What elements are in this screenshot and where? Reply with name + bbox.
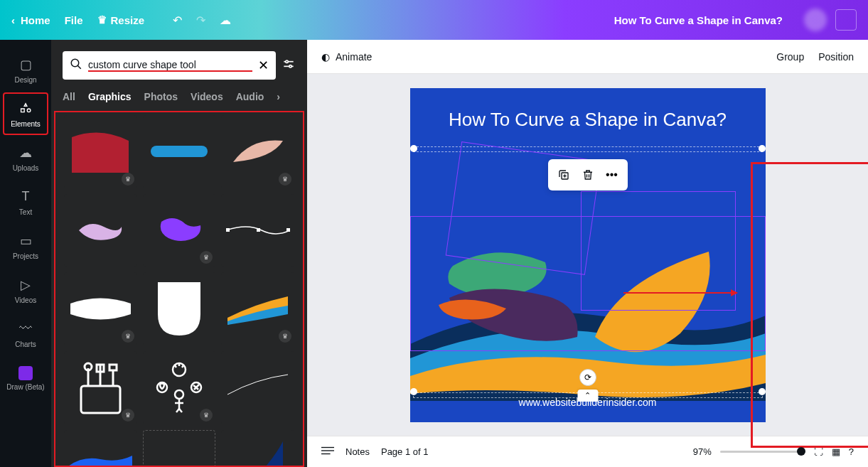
svg-point-15 <box>175 390 183 399</box>
home-label: Home <box>21 14 50 26</box>
folder-icon: ▭ <box>17 232 34 249</box>
svg-line-19 <box>179 409 182 412</box>
rail-design[interactable]: ▢ Design <box>3 48 48 91</box>
element-selection[interactable] <box>410 216 766 351</box>
rail-elements[interactable]: Elements <box>3 92 48 135</box>
resize-handle[interactable] <box>410 388 417 395</box>
svg-rect-14 <box>109 365 117 370</box>
grid-icon[interactable]: ▦ <box>832 446 840 457</box>
crown-icon: ♛ <box>279 330 291 343</box>
redo-icon[interactable]: ↷ <box>196 14 205 27</box>
chevron-left-icon: ‹ <box>11 14 15 26</box>
document-title[interactable]: How To Curve a Shape in Canva? <box>614 14 783 26</box>
crown-icon: ♛ <box>200 409 213 422</box>
element-thumb[interactable] <box>221 430 294 467</box>
clear-icon[interactable]: ✕ <box>258 58 269 73</box>
svg-point-5 <box>289 65 291 67</box>
group-button[interactable]: Group <box>776 51 804 63</box>
resize-label: Resize <box>111 14 145 26</box>
rail-videos[interactable]: ▷ Videos <box>3 269 48 311</box>
crown-icon: ♛ <box>122 409 134 422</box>
element-thumb[interactable] <box>143 430 216 467</box>
rail-projects[interactable]: ▭ Projects <box>3 225 48 267</box>
tab-graphics[interactable]: Graphics <box>88 91 132 102</box>
element-thumb[interactable]: ♛ <box>143 351 216 424</box>
element-thumb[interactable] <box>64 430 137 467</box>
duplicate-button[interactable] <box>552 163 575 186</box>
draw-icon <box>18 366 33 380</box>
element-thumb[interactable] <box>143 115 216 188</box>
file-button[interactable]: File <box>65 14 83 26</box>
canvas-stage[interactable]: How To Curve a Shape in Canva? <box>307 74 868 436</box>
position-button[interactable]: Position <box>818 51 854 63</box>
resize-button[interactable]: ♛ Resize <box>97 14 145 26</box>
element-thumb[interactable] <box>64 194 137 267</box>
design-title-text[interactable]: How To Curve a Shape in Canva? <box>410 108 766 132</box>
more-button[interactable]: ••• <box>601 163 623 186</box>
page-expand-button[interactable]: ⌃ <box>577 390 598 402</box>
extension-button[interactable] <box>835 9 857 31</box>
rail-draw[interactable]: Draw (Beta) <box>3 357 48 399</box>
annotation-arrow <box>623 292 737 294</box>
help-icon[interactable]: ? <box>849 446 854 457</box>
crown-icon: ♛ <box>200 251 213 264</box>
element-thumb[interactable] <box>221 194 294 267</box>
element-thumb[interactable] <box>221 351 294 424</box>
page-indicator[interactable]: Page 1 of 1 <box>381 446 429 457</box>
svg-rect-6 <box>226 228 230 232</box>
resize-handle[interactable] <box>759 145 766 152</box>
tab-audio[interactable]: Audio <box>236 91 264 102</box>
avatar[interactable] <box>804 9 827 31</box>
filter-icon[interactable] <box>282 57 296 75</box>
rail-uploads[interactable]: ☁ Uploads <box>3 136 48 179</box>
element-thumb[interactable]: ♛ <box>221 115 294 188</box>
play-icon: ▷ <box>17 277 34 294</box>
notes-icon[interactable] <box>321 446 334 458</box>
element-thumb[interactable]: ♛ <box>64 351 137 424</box>
tab-photos[interactable]: Photos <box>144 91 178 102</box>
cloud-icon[interactable]: ☁ <box>220 14 231 27</box>
chevron-right-icon[interactable]: › <box>277 91 280 102</box>
sync-button[interactable]: ⟳ <box>579 369 596 386</box>
crown-icon: ♛ <box>122 173 134 186</box>
template-icon: ▢ <box>17 56 34 73</box>
elements-panel: ✕ All Graphics Photos Videos Audio › ♛ ♛… <box>51 40 307 467</box>
slider-handle[interactable] <box>797 447 805 456</box>
elements-gallery: ♛ ♛ ♛ ♛ ♛ ♛ ♛ <box>54 111 304 467</box>
undo-icon[interactable]: ↶ <box>173 14 182 27</box>
fullscreen-icon[interactable]: ⛶ <box>814 446 823 457</box>
svg-rect-8 <box>286 228 290 232</box>
chart-icon: 〰 <box>17 321 34 338</box>
crown-icon: ♛ <box>279 173 291 186</box>
zoom-value[interactable]: 97% <box>693 446 712 457</box>
rail-text[interactable]: T Text <box>3 181 48 223</box>
element-thumb[interactable] <box>143 272 216 345</box>
animate-icon: ◐ <box>321 51 330 63</box>
home-button[interactable]: ‹ Home <box>11 14 50 26</box>
tab-videos[interactable]: Videos <box>191 91 223 102</box>
element-thumb[interactable]: ♛ <box>221 272 294 345</box>
rail-charts[interactable]: 〰 Charts <box>3 313 48 355</box>
notes-button[interactable]: Notes <box>345 446 370 457</box>
context-toolbar: ◐ Animate Group Position <box>307 40 868 74</box>
delete-button[interactable] <box>577 163 599 186</box>
element-thumb[interactable]: ♛ <box>64 115 137 188</box>
svg-point-11 <box>85 363 92 370</box>
category-tabs: All Graphics Photos Videos Audio › <box>51 91 307 111</box>
element-thumb[interactable]: ♛ <box>143 194 216 267</box>
zoom-slider[interactable] <box>720 451 805 453</box>
floating-menu: ••• <box>548 159 628 190</box>
search-input[interactable] <box>88 59 252 72</box>
svg-rect-7 <box>257 228 260 232</box>
resize-handle[interactable] <box>410 145 417 152</box>
svg-line-1 <box>77 65 81 69</box>
tab-all[interactable]: All <box>63 91 75 102</box>
animate-button[interactable]: ◐ Animate <box>321 51 372 63</box>
resize-handle[interactable] <box>759 388 766 395</box>
bottom-bar: Notes Page 1 of 1 97% ⛶ ▦ ? <box>307 436 868 467</box>
side-rail: ▢ Design Elements ☁ Uploads T Text ▭ Pro… <box>0 40 51 467</box>
search-box[interactable]: ✕ <box>63 51 276 80</box>
shapes-icon <box>17 100 34 117</box>
crown-icon: ♛ <box>97 14 107 26</box>
element-thumb[interactable]: ♛ <box>64 272 137 345</box>
